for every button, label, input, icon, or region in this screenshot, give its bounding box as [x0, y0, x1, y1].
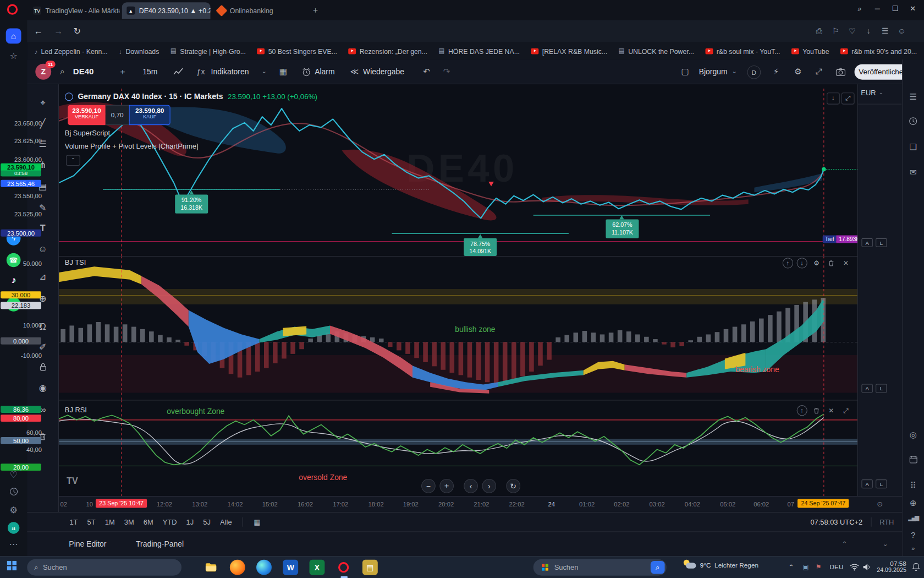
indicators-button[interactable]: Indikatoren [211, 67, 249, 76]
buy-button[interactable]: 23.590,80 KAUF [129, 105, 170, 125]
main-price-chart[interactable]: DE40 91.20% 16.318K 78.75% 14.091K [59, 89, 857, 256]
opera-taskbar-icon[interactable] [336, 560, 351, 575]
replay-icon[interactable]: ≪ [350, 67, 359, 76]
firefox-icon[interactable] [230, 560, 245, 575]
sell-button[interactable]: 23.590,10 VERKAUF [68, 105, 106, 125]
bookmark-item[interactable]: ▤UNLOCK the Power... [619, 47, 694, 55]
tsi-pane-title[interactable]: BJ TSI [65, 258, 86, 266]
collapse-rail-chevron-icon[interactable]: » [902, 545, 924, 552]
tab-search-icon[interactable]: ⌕ [851, 5, 868, 13]
chevron-down-icon[interactable]: ⌄ [262, 68, 267, 74]
wifi-icon[interactable] [850, 563, 859, 573]
scroll-to-recent-icon[interactable]: ↓ [827, 92, 840, 104]
snapshot-icon[interactable]: ⎙ [812, 26, 826, 36]
replay-button[interactable]: Wiedergabe [363, 67, 404, 76]
add-symbol-icon[interactable]: ＋ [118, 67, 127, 77]
history-icon[interactable] [0, 487, 27, 498]
bookmarks-star-icon[interactable]: ☆ [0, 51, 27, 61]
panel-collapse-up-icon[interactable]: ⌃ [842, 540, 848, 548]
reload-icon[interactable]: ↻ [69, 26, 85, 36]
reset-chart-button[interactable]: ↻ [506, 479, 520, 493]
symbol-name[interactable]: DE40 [73, 67, 94, 76]
trading-panel-tab[interactable]: Trading-Panel [136, 539, 184, 548]
tray-flag-icon[interactable]: ⚑ [816, 563, 822, 571]
sidebar-setup-icon[interactable]: ☰ [878, 26, 892, 35]
bookmark-item[interactable]: ♪Led Zeppelin - Kenn... [34, 47, 108, 54]
new-tab-button[interactable]: ＋ [311, 5, 320, 15]
bookmark-item[interactable]: ▤HÖRE DAS JEDE NA... [438, 47, 520, 55]
alarm-button[interactable]: Alarm [315, 67, 334, 76]
calendar-icon[interactable] [902, 455, 924, 465]
range-button[interactable]: 5J [200, 516, 214, 528]
pane-delete-icon[interactable] [826, 258, 837, 268]
taskbar-search[interactable]: ⌕ Suchen [27, 559, 182, 576]
scroll-right-button[interactable]: › [482, 479, 496, 493]
tab-onlinebanking[interactable]: Onlinebanking [213, 2, 298, 19]
notification-bell-icon[interactable] [912, 563, 920, 573]
pine-editor-tab[interactable]: Pine Editor [69, 539, 106, 548]
pane-close-icon[interactable]: ✕ [826, 405, 837, 416]
extension-icon[interactable]: ⚐ [828, 26, 843, 35]
bookmark-item[interactable]: ▤Strategie | High-Gro... [170, 47, 246, 55]
edge-icon[interactable] [256, 560, 272, 575]
tradingview-logo[interactable]: TV [67, 476, 78, 486]
opera-menu-icon[interactable] [7, 4, 18, 15]
range-button[interactable]: YTD [159, 516, 180, 528]
crosshair-tool-icon[interactable]: ⌖ [27, 97, 58, 108]
pane-settings-gear-icon[interactable]: ⚙ [811, 258, 822, 268]
move-pane-up-icon[interactable]: ↑ [797, 405, 807, 416]
tab-de40-chart[interactable]: ▲ DE40 23.590,10 ▲ +0.2% ✕ [122, 2, 211, 19]
bookmark-item[interactable]: r&b mix 90's and 20... [840, 47, 917, 54]
symbol-search-icon[interactable]: ⌕ [60, 67, 64, 77]
range-button[interactable]: 5T [84, 516, 99, 528]
word-icon[interactable]: W [283, 560, 298, 575]
tray-app-icon[interactable]: ▣ [802, 563, 809, 571]
downloads-icon[interactable]: ↓ [861, 26, 876, 35]
profile-icon[interactable]: ☺ [894, 26, 909, 35]
keyboard-language[interactable]: DEU [830, 563, 844, 570]
session-type[interactable]: RTH [879, 518, 894, 526]
pane-divider[interactable] [59, 256, 902, 257]
pane-divider[interactable] [59, 400, 902, 400]
zoom-in-button[interactable]: ＋ [439, 479, 454, 493]
sidebar-more-icon[interactable]: ⋯ [0, 539, 27, 549]
currency-toggle[interactable]: EUR ⌄ [861, 89, 883, 97]
log-scale-button[interactable]: L [876, 238, 887, 247]
maximize-pane-icon[interactable]: ⤢ [842, 92, 855, 104]
chevron-down-icon[interactable]: ⌄ [732, 68, 737, 74]
move-pane-up-icon[interactable]: ↑ [783, 258, 793, 268]
alerts-clock-icon[interactable] [902, 117, 924, 127]
watchlist-icon[interactable]: ☰ [902, 92, 924, 101]
chart-type-icon[interactable] [173, 67, 184, 77]
rsi-pane-title[interactable]: BJ RSI [65, 406, 87, 414]
indicator-legend-volume-profile[interactable]: Volume Profile + Pivot Levels [ChartPrim… [65, 142, 199, 150]
speaker-icon[interactable] [863, 563, 871, 573]
hotlist-target-icon[interactable]: ◎ [902, 430, 924, 439]
weather-widget[interactable]: 9°C Leichter Regen [684, 560, 758, 570]
maximize-icon[interactable]: ☐ [886, 5, 904, 13]
chart-title[interactable]: Germany DAX 40 Index · 15 · IC Markets [78, 92, 223, 101]
fullscreen-icon[interactable]: ⤢ [816, 67, 822, 77]
undo-icon[interactable]: ↶ [423, 67, 430, 76]
auto-scale-button[interactable]: A [861, 384, 872, 393]
close-icon[interactable]: ✕ [904, 5, 922, 13]
aria-icon[interactable]: a [8, 522, 19, 533]
speed-dial-home-icon[interactable]: ⌂ [6, 28, 21, 43]
user-avatar[interactable]: Z 11 [35, 64, 51, 80]
favorites-heart-icon[interactable]: ♡ [845, 26, 859, 35]
timeframe-badge[interactable]: D [747, 66, 761, 79]
redo-icon[interactable]: ↷ [443, 67, 450, 76]
heart-icon[interactable]: ♡ [0, 470, 27, 480]
price-scale[interactable] [857, 84, 902, 512]
settings-gear-icon[interactable]: ⚙ [0, 505, 27, 515]
bookmark-item[interactable]: ↓Downloads [119, 47, 159, 54]
forward-icon[interactable]: → [51, 26, 66, 36]
tray-chevron-icon[interactable]: ⌃ [789, 563, 794, 571]
bookmark-item[interactable]: Rezension: „Der gen... [348, 47, 427, 54]
file-explorer-icon[interactable] [204, 560, 219, 575]
sticky-notes-icon[interactable]: ▤ [362, 560, 378, 575]
tsi-indicator-pane[interactable]: bullish zone bearish zone [59, 256, 857, 400]
object-tree-layers-icon[interactable]: ❏ [902, 142, 924, 151]
data-window-bars-icon[interactable]: ▂▄▆ [902, 514, 924, 521]
quick-action-bolt-icon[interactable]: ⚡ [773, 67, 779, 76]
